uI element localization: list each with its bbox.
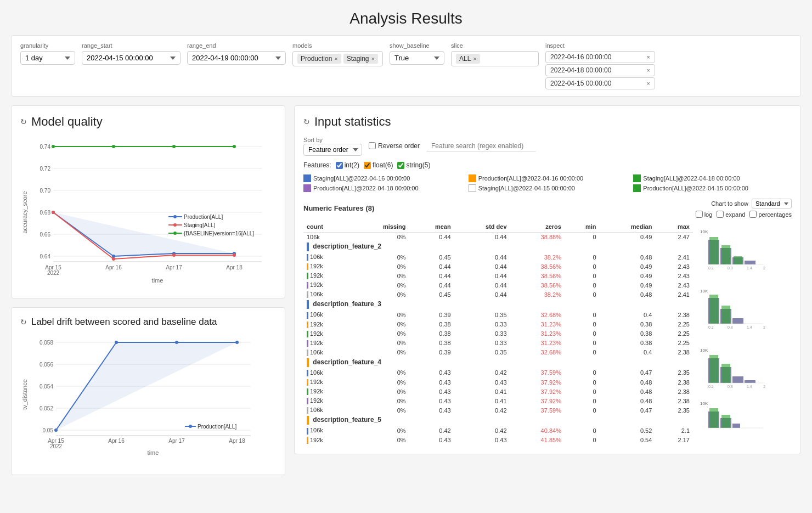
filters-bar: granularity 1 day 1 hour 1 week range_st… xyxy=(11,35,801,97)
inspect-tag-1-close[interactable]: × xyxy=(647,54,650,60)
svg-rect-97 xyxy=(709,355,718,383)
svg-text:0.66: 0.66 xyxy=(40,232,51,238)
svg-rect-109 xyxy=(721,415,730,428)
show-baseline-select[interactable]: True False xyxy=(390,51,444,65)
float-filter-label[interactable]: float(6) xyxy=(364,161,393,169)
inspect-filter: inspect 2022-04-16 00:00:00 × 2022-04-18… xyxy=(545,42,655,89)
legend-item-6: Production[ALL]@2022-04-15 00:00:00 xyxy=(633,184,792,192)
legend-item-5: Staging[ALL]@2022-04-15 00:00:00 xyxy=(469,184,627,192)
svg-point-25 xyxy=(233,253,236,257)
expand-option[interactable]: expand xyxy=(717,211,745,218)
svg-text:0.8: 0.8 xyxy=(728,325,733,329)
granularity-select[interactable]: 1 day 1 hour 1 week xyxy=(20,51,75,65)
col-header-min: min xyxy=(565,221,600,233)
model-quality-panel: ↻ Model quality accuracy_score 0.74 0.72 xyxy=(11,105,285,298)
svg-text:0.056: 0.056 xyxy=(40,362,53,368)
range-end-filter: range_end 2022-04-19 00:00:00 xyxy=(187,42,286,65)
svg-point-22 xyxy=(52,211,55,214)
svg-text:0.70: 0.70 xyxy=(40,188,51,194)
svg-text:0.054: 0.054 xyxy=(40,384,53,390)
int-filter-label[interactable]: int(2) xyxy=(336,161,359,169)
sort-by-select[interactable]: Feature order Name Drift xyxy=(303,144,362,156)
svg-text:Apr 18: Apr 18 xyxy=(229,438,245,444)
granularity-filter: granularity 1 day 1 hour 1 week xyxy=(20,42,75,65)
svg-text:Apr 17: Apr 17 xyxy=(166,264,182,270)
data-row-feat3-1: 106k0%0.390.3532.68%00.42.38 xyxy=(303,310,693,319)
table-header-row: count missing mean std dev zeros min med… xyxy=(303,221,693,233)
svg-text:0.68: 0.68 xyxy=(40,210,51,216)
model-tag-production-close[interactable]: × xyxy=(334,55,337,62)
legend-item-2: Production[ALL]@2022-04-16 00:00:00 xyxy=(469,174,627,182)
string-filter-checkbox[interactable] xyxy=(397,162,404,169)
label-drift-svg: tv_distance 0.058 0.056 0.054 0.052 0.05 xyxy=(20,334,273,463)
svg-text:tv_distance: tv_distance xyxy=(21,379,28,410)
features-label: Features: xyxy=(303,161,331,169)
page-title: Analysis Results xyxy=(0,0,812,35)
left-panel: ↻ Model quality accuracy_score 0.74 0.72 xyxy=(11,105,285,475)
reverse-order-label[interactable]: Reverse order xyxy=(369,142,420,150)
inspect-tag-3-close[interactable]: × xyxy=(647,80,650,87)
chart-feat3: 10K 0.2 0.8 1.4 2 xyxy=(697,280,792,340)
col-header-count: count xyxy=(303,221,350,233)
string-filter-label[interactable]: string(5) xyxy=(397,161,430,169)
baseline-row-feat2: 106k0%0.440.4438.88%00.492.47 xyxy=(303,233,693,242)
feature-name-row-4: description_feature_4 xyxy=(303,357,693,368)
svg-rect-107 xyxy=(732,424,740,428)
right-panel: ↻ Input statistics Sort by Feature order… xyxy=(294,105,801,475)
data-row-feat4-4: 192k0%0.430.4137.92%00.482.38 xyxy=(303,396,693,405)
feature-name-row-3: description_feature_3 xyxy=(303,299,693,310)
slice-tag-all: ALL × xyxy=(456,54,480,64)
svg-rect-108 xyxy=(709,408,718,428)
svg-text:time: time xyxy=(152,277,163,284)
mini-chart-feat5-svg: 10K xyxy=(697,401,785,431)
slice-tag-input[interactable]: ALL × xyxy=(451,51,539,66)
chart-feat2: 10K 0.2 0.8 xyxy=(697,221,792,280)
col-header-missing: missing xyxy=(350,221,409,233)
range-start-label: range_start xyxy=(82,42,181,49)
svg-text:2022: 2022 xyxy=(50,443,63,449)
reverse-order-checkbox[interactable] xyxy=(369,142,376,149)
svg-text:2: 2 xyxy=(763,266,765,270)
model-quality-svg: accuracy_score 0.74 0.72 0.70 0.68 0.66 … xyxy=(20,136,273,284)
svg-text:Apr 18: Apr 18 xyxy=(226,264,243,270)
svg-text:Apr 16: Apr 16 xyxy=(105,264,122,270)
model-tag-staging-close[interactable]: × xyxy=(371,55,375,62)
label-drift-refresh-icon[interactable]: ↻ xyxy=(20,318,27,326)
input-statistics-panel: ↻ Input statistics Sort by Feature order… xyxy=(294,105,801,454)
inspect-tag-2: 2022-04-18 00:00:00 × xyxy=(545,64,655,76)
svg-text:0.05: 0.05 xyxy=(43,427,54,433)
log-option[interactable]: log xyxy=(696,211,713,218)
model-quality-refresh-icon[interactable]: ↻ xyxy=(20,117,27,126)
percentages-option[interactable]: percentages xyxy=(749,211,792,218)
float-filter-checkbox[interactable] xyxy=(364,162,371,169)
svg-text:0.052: 0.052 xyxy=(40,405,53,411)
feature-search-input[interactable] xyxy=(426,140,536,151)
int-filter-checkbox[interactable] xyxy=(336,162,343,169)
label-drift-title-text: Label drift between scored and baseline … xyxy=(31,317,217,328)
svg-text:0.2: 0.2 xyxy=(708,385,714,388)
model-tag-production: Production × xyxy=(297,54,341,64)
col-header-median: median xyxy=(600,221,656,233)
range-end-select[interactable]: 2022-04-19 00:00:00 xyxy=(187,51,286,65)
table-with-charts: count missing mean std dev zeros min med… xyxy=(303,221,792,445)
svg-text:{BASELINE}version=16[ALL]: {BASELINE}version=16[ALL] xyxy=(184,230,254,236)
data-row-feat5-1: 106k0%0.420.4240.84%00.522.1 xyxy=(303,426,693,435)
data-row-feat2-5: 106k0%0.450.4438.2%00.482.41 xyxy=(303,290,693,299)
chart-to-show-select[interactable]: Standard KDE ECDF xyxy=(752,199,792,208)
svg-rect-95 xyxy=(732,376,743,383)
numeric-features-title: Numeric Features (8) xyxy=(303,204,374,212)
reverse-order-text: Reverse order xyxy=(378,142,420,150)
input-stats-refresh-icon[interactable]: ↻ xyxy=(303,117,310,126)
range-start-select[interactable]: 2022-04-15 00:00:00 xyxy=(82,51,181,65)
data-row-feat3-3: 192k0%0.380.3331.23%00.382.25 xyxy=(303,329,693,339)
svg-text:0.058: 0.058 xyxy=(40,340,53,346)
inspect-tag-2-close[interactable]: × xyxy=(647,67,650,74)
models-tag-input[interactable]: Production × Staging × xyxy=(292,51,383,66)
inspect-label: inspect xyxy=(545,42,655,49)
legend-label-6: Production[ALL]@2022-04-15 00:00:00 xyxy=(643,185,748,191)
main-table-area: count missing mean std dev zeros min med… xyxy=(303,221,693,445)
slice-tag-all-close[interactable]: × xyxy=(473,55,476,62)
legend-label-1: Staging[ALL]@2022-04-16 00:00:00 xyxy=(313,175,410,182)
svg-rect-85 xyxy=(709,295,718,324)
model-tag-staging: Staging × xyxy=(343,54,378,64)
